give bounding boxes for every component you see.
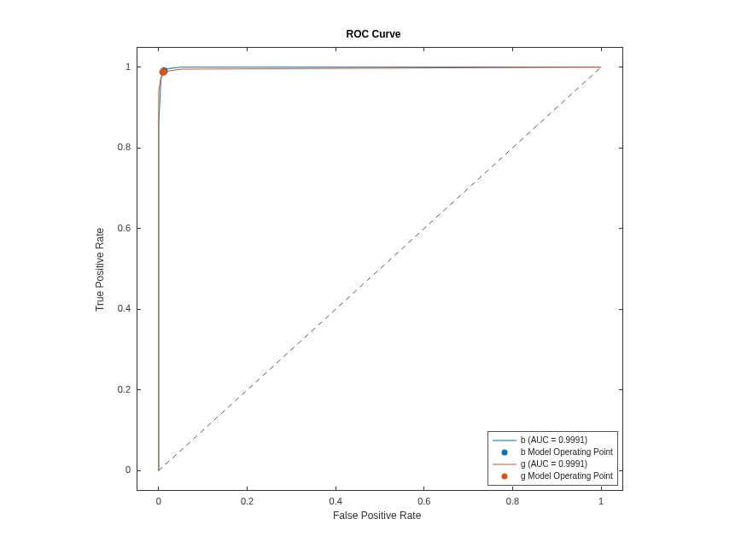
x-tick xyxy=(336,487,336,491)
y-tick-right xyxy=(619,148,623,149)
y-tick xyxy=(137,309,141,310)
legend-line-icon xyxy=(493,435,516,446)
y-tick xyxy=(137,148,141,149)
x-tick-label: 0.2 xyxy=(231,496,265,506)
legend-entry: g Model Operating Point xyxy=(493,470,613,482)
svg-line-0 xyxy=(159,67,601,471)
y-tick xyxy=(137,470,141,471)
y-tick-label: 0 xyxy=(98,464,131,475)
y-tick-right xyxy=(619,389,623,390)
y-tick-right xyxy=(619,228,623,229)
x-tick-top xyxy=(423,47,424,51)
x-tick-top xyxy=(601,47,602,51)
y-tick-label: 1 xyxy=(98,61,131,72)
svg-point-2 xyxy=(160,68,167,76)
x-tick xyxy=(423,487,424,491)
y-tick-label: 0.8 xyxy=(98,142,131,152)
legend-label: g (AUC = 0.9991) xyxy=(521,458,587,470)
x-tick-label: 1 xyxy=(584,496,618,506)
legend-label: b (AUC = 0.9991) xyxy=(521,435,587,446)
x-tick xyxy=(601,487,602,491)
x-tick-label: 0.8 xyxy=(495,496,529,506)
legend-label: g Model Operating Point xyxy=(521,470,613,482)
legend-marker-icon xyxy=(493,446,516,458)
figure: ROC Curve 00.20.40.60.8100.20.40.60.81 F… xyxy=(0,0,747,560)
legend-entry: g (AUC = 0.9991) xyxy=(493,458,613,470)
y-tick xyxy=(137,389,141,390)
y-tick xyxy=(137,67,141,67)
legend: b (AUC = 0.9991)b Model Operating Pointg… xyxy=(487,431,618,486)
x-axis-label: False Positive Rate xyxy=(333,510,421,522)
x-tick-label: 0.4 xyxy=(318,496,353,506)
legend-label: b Model Operating Point xyxy=(521,446,613,458)
y-tick xyxy=(137,228,141,229)
x-tick-label: 0 xyxy=(142,496,176,506)
y-axis-label: True Positive Rate xyxy=(94,228,106,312)
legend-entry: b (AUC = 0.9991) xyxy=(493,435,613,446)
legend-entry: b Model Operating Point xyxy=(493,446,613,458)
x-tick-label: 0.6 xyxy=(407,496,441,506)
x-tick-top xyxy=(158,47,159,51)
legend-marker-icon xyxy=(493,470,516,482)
plot-svg xyxy=(0,0,747,560)
y-tick-right xyxy=(619,470,623,471)
x-tick-top xyxy=(247,47,248,51)
x-tick xyxy=(247,487,248,491)
x-tick xyxy=(158,487,159,491)
y-tick-right xyxy=(619,309,623,310)
x-tick xyxy=(512,487,513,491)
y-tick-label: 0.2 xyxy=(98,384,131,394)
x-tick-top xyxy=(512,47,513,51)
x-tick-top xyxy=(336,47,336,51)
legend-line-icon xyxy=(493,458,516,470)
y-tick-right xyxy=(619,67,623,67)
